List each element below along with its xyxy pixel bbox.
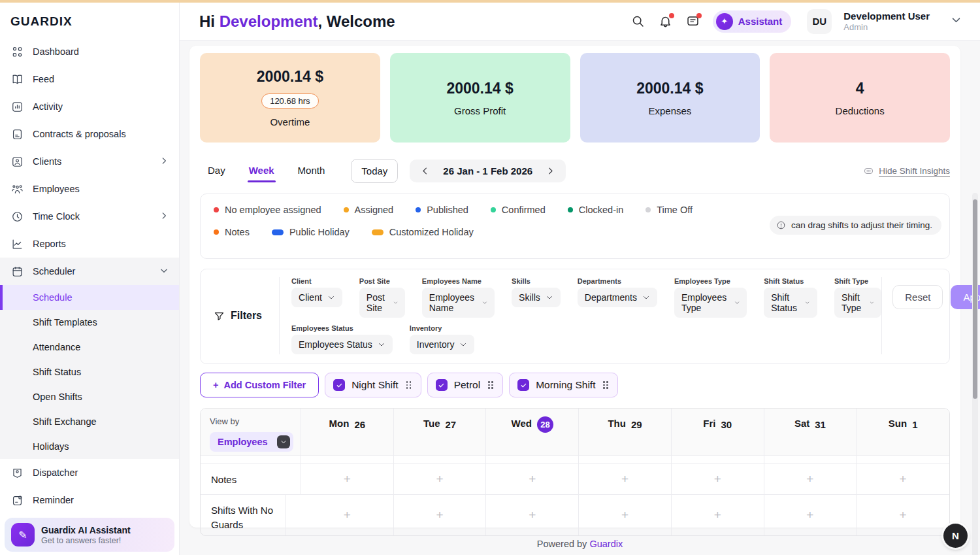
notifications-bell-icon[interactable] xyxy=(658,14,674,29)
kebab-menu-icon[interactable] xyxy=(602,380,610,390)
checkbox-checked-icon[interactable] xyxy=(517,379,529,391)
guardix-link[interactable]: Guardix xyxy=(589,539,623,549)
add-note-cell[interactable]: + xyxy=(394,464,487,495)
shift-type-dropdown[interactable]: Shift Type xyxy=(834,288,881,318)
calendar-icon xyxy=(10,265,24,278)
sidebar-subitem-label: Shift Status xyxy=(33,367,81,377)
checkbox-checked-icon[interactable] xyxy=(436,379,448,391)
date-navigator: 26 Jan - 1 Feb 2026 xyxy=(410,160,566,182)
chip-label: Night Shift xyxy=(351,379,399,391)
sidebar-subitem-shift-exchange[interactable]: Shift Exchange xyxy=(0,409,179,434)
sidebar-subitem-schedule[interactable]: Schedule xyxy=(0,285,179,310)
ai-card-title: Guardix AI Assistant xyxy=(41,525,131,535)
messages-icon[interactable] xyxy=(685,14,701,29)
add-note-cell[interactable]: + xyxy=(672,464,764,495)
post-site-dropdown[interactable]: Post Site xyxy=(359,288,405,318)
greeting-name: Development xyxy=(220,12,318,30)
sidebar-item-reports[interactable]: Reports xyxy=(0,230,179,258)
reset-button[interactable]: Reset xyxy=(892,285,943,309)
sidebar-subitem-shift-status[interactable]: Shift Status xyxy=(0,360,179,384)
chevron-down-icon xyxy=(546,294,553,301)
view-by-dropdown[interactable]: Employees xyxy=(210,432,293,452)
sidebar-subitem-attendance[interactable]: Attendance xyxy=(0,335,179,360)
spacer-cell xyxy=(301,456,394,464)
scrollbar-thumb[interactable] xyxy=(973,199,977,399)
client-dropdown[interactable]: Client xyxy=(291,288,342,307)
add-shift-cell[interactable]: + xyxy=(579,495,672,535)
filter-inventory: InventoryInventory xyxy=(410,324,475,354)
employees-name-dropdown[interactable]: Employees Name xyxy=(422,288,495,318)
chevron-down-icon xyxy=(327,294,335,301)
sidebar-item-time-clock[interactable]: Time Clock xyxy=(0,203,179,230)
filter-shift-type: Shift TypeShift Type xyxy=(834,277,881,318)
sidebar-item-feed[interactable]: Feed xyxy=(0,65,179,93)
legend-item: No employee assigned xyxy=(214,205,321,215)
sidebar-item-dashboard[interactable]: Dashboard xyxy=(0,38,179,65)
today-button[interactable]: Today xyxy=(351,159,398,183)
magic-wand-icon: ✦ xyxy=(716,13,733,30)
schedule-panel: 2000.14 $ 120.68 hrs Overtime 2000.14 $ … xyxy=(189,46,960,528)
sidebar-item-employees[interactable]: Employees xyxy=(0,175,179,203)
skills-dropdown[interactable]: Skills xyxy=(512,288,561,307)
sidebar-item-clients[interactable]: Clients xyxy=(0,148,179,175)
custom-filter-night-shift[interactable]: Night Shift xyxy=(325,373,421,397)
shift-status-dropdown[interactable]: Shift Status xyxy=(764,288,817,318)
checkbox-checked-icon[interactable] xyxy=(333,379,345,391)
scrollbar-track[interactable] xyxy=(972,193,978,555)
employees-type-dropdown[interactable]: Employees Type xyxy=(674,288,747,318)
sidebar-item-contracts[interactable]: Contracts & proposals xyxy=(0,120,179,148)
custom-filter-petrol[interactable]: Petrol xyxy=(427,373,504,397)
sidebar-item-scheduler[interactable]: Scheduler xyxy=(0,258,179,285)
info-icon xyxy=(776,220,786,230)
add-note-cell[interactable]: + xyxy=(857,464,949,495)
add-shift-cell[interactable]: + xyxy=(486,495,579,535)
custom-filter-morning-shift[interactable]: Morning Shift xyxy=(509,373,618,397)
sidebar-item-dispatcher[interactable]: Dispatcher xyxy=(0,459,179,486)
departments-dropdown[interactable]: Departments xyxy=(578,288,657,307)
stat-label: Gross Profit xyxy=(454,105,506,116)
legend-swatch xyxy=(272,229,284,235)
legend-swatch xyxy=(568,207,573,212)
search-icon[interactable] xyxy=(630,14,646,29)
sidebar-item-reminder[interactable]: Reminder xyxy=(0,486,179,514)
sidebar-item-activity[interactable]: Activity xyxy=(0,93,179,120)
ai-assistant-card[interactable]: ✎ Guardix AI Assistant Get to answers fa… xyxy=(5,518,174,552)
tab-month[interactable]: Month xyxy=(290,158,333,184)
add-shift-cell[interactable]: + xyxy=(764,495,857,535)
chevron-down-icon xyxy=(459,341,467,348)
add-shift-cell[interactable]: + xyxy=(672,495,764,535)
chip-label: Petrol xyxy=(454,379,481,391)
floating-n-button[interactable]: N xyxy=(943,524,968,548)
kebab-menu-icon[interactable] xyxy=(487,380,495,390)
sidebar-subitem-holidays[interactable]: Holidays xyxy=(0,434,179,459)
stat-card-expenses: 2000.14 $ Expenses xyxy=(580,53,760,143)
stat-label: Expenses xyxy=(648,105,691,116)
greeting: Hi Development, Welcome xyxy=(199,12,395,31)
next-week-icon[interactable] xyxy=(546,166,555,176)
add-shift-cell[interactable]: + xyxy=(857,495,949,535)
add-note-cell[interactable]: + xyxy=(301,464,394,495)
day-header-sun: Sun1 xyxy=(857,409,949,456)
add-shift-cell[interactable]: + xyxy=(301,495,394,535)
add-shift-cell[interactable]: + xyxy=(394,495,487,535)
tab-day[interactable]: Day xyxy=(200,158,233,184)
add-custom-filter-button[interactable]: +Add Custom Filter xyxy=(200,373,319,397)
top-accent-bar xyxy=(0,0,980,3)
sidebar-subitem-shift-templates[interactable]: Shift Templates xyxy=(0,310,179,335)
add-note-cell[interactable]: + xyxy=(486,464,579,495)
prev-week-icon[interactable] xyxy=(420,166,430,176)
user-menu-chevron-icon[interactable] xyxy=(951,14,962,28)
hide-shift-insights-toggle[interactable]: Hide Shift Insights xyxy=(863,165,950,177)
avatar[interactable]: DU xyxy=(807,9,832,34)
stat-value: 4 xyxy=(856,80,864,97)
sidebar-item-label: Contracts & proposals xyxy=(33,129,126,139)
assistant-button[interactable]: ✦ Assistant xyxy=(713,10,792,33)
sidebar-subitem-open-shifts[interactable]: Open Shifts xyxy=(0,384,179,409)
content: 2000.14 $ 120.68 hrs Overtime 2000.14 $ … xyxy=(180,41,980,555)
tab-week[interactable]: Week xyxy=(241,158,282,184)
add-note-cell[interactable]: + xyxy=(764,464,857,495)
inventory-dropdown[interactable]: Inventory xyxy=(410,335,475,354)
kebab-menu-icon[interactable] xyxy=(405,380,413,390)
employees-status-dropdown[interactable]: Employees Status xyxy=(291,335,393,354)
add-note-cell[interactable]: + xyxy=(579,464,672,495)
